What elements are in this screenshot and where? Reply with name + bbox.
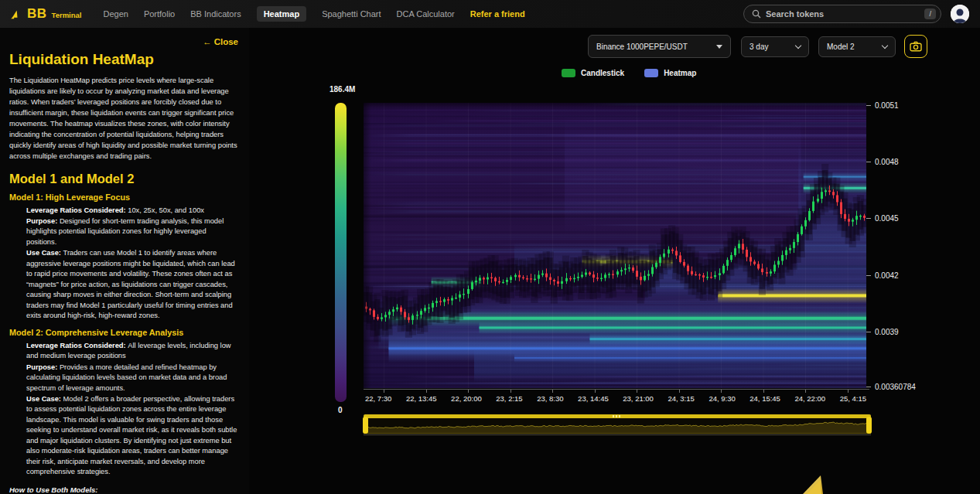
usage-section: How to Use Both Models: Compare both mod… [9, 485, 238, 494]
avatar[interactable] [951, 5, 969, 23]
search-placeholder: Search tokens [766, 9, 924, 19]
models-section-title: Model 1 and Model 2 [9, 172, 238, 186]
price-tick-label: 0.0042 [866, 271, 899, 280]
model-heading: Model 1: High Leverage Focus [9, 192, 238, 202]
model-select-value: Model 2 [827, 43, 883, 51]
legend-swatch [562, 69, 575, 77]
model-point: Leverage Ratios Considered: All leverage… [26, 341, 238, 362]
timeframe-select-value: 3 day [750, 43, 796, 51]
search-input[interactable]: Search tokens / [743, 5, 941, 23]
chevron-down-icon [882, 43, 888, 49]
model-point: Use Case: Traders can use Model 1 to ide… [26, 248, 238, 321]
colorbar-max-label: 186.4M [330, 85, 355, 94]
main-menu: DegenPortfolioBB IndicatorsHeatmapSpaghe… [103, 6, 524, 22]
heatmap-chart-canvas[interactable] [364, 103, 866, 388]
top-nav: BB Terminal DegenPortfolioBB IndicatorsH… [0, 0, 980, 28]
model-points: Leverage Ratios Considered: All leverage… [26, 341, 238, 478]
intro-paragraph: The Liquidation HeatMap predicts price l… [9, 76, 238, 162]
models-descriptions: Model 1: High Leverage FocusLeverage Rat… [9, 192, 238, 478]
price-tick-label: 0.0039 [866, 328, 899, 336]
time-tick-label: 22, 20:00 [451, 394, 482, 403]
time-tick-label: 22, 7:30 [365, 394, 391, 403]
time-tick-label: 24, 22:00 [794, 394, 825, 403]
legend-label: Candlestick [581, 69, 624, 77]
price-tick-label: 0.0048 [866, 158, 899, 166]
navigator-right-handle[interactable] [866, 417, 872, 434]
page-title: Liquidation HeatMap [9, 51, 238, 68]
x-axis-ticks [364, 390, 869, 393]
range-navigator[interactable] [364, 414, 871, 435]
model-point: Purpose: Provides a more detailed and re… [26, 363, 238, 393]
search-icon [752, 9, 761, 19]
time-tick-label: 22, 13:45 [406, 394, 437, 403]
menu-item-heatmap[interactable]: Heatmap [257, 6, 306, 22]
navigator-left-handle[interactable] [363, 417, 368, 434]
time-tick-label: 24, 3:15 [668, 394, 694, 403]
navigator-grip-icon [613, 415, 622, 417]
caret-down-icon [716, 45, 722, 49]
legend-label: Heatmap [664, 69, 696, 77]
time-tick-label: 23, 8:30 [537, 394, 563, 403]
pair-select[interactable]: Binance 1000PEPE/USDT [588, 35, 731, 58]
model-point: Leverage Ratios Considered: 10x, 25x, 50… [26, 206, 238, 216]
time-tick-label: 23, 2:15 [496, 394, 522, 403]
time-tick-label: 24, 15:45 [750, 394, 780, 403]
time-tick-label: 25, 4:15 [840, 394, 866, 403]
menu-item-dca-calculator[interactable]: DCA Calculator [397, 9, 455, 19]
chevron-down-icon [795, 43, 801, 49]
brand-corner-graphic [801, 475, 826, 494]
model-point: Purpose: Designed for short-term trading… [26, 216, 238, 247]
time-tick-label: 24, 9:30 [709, 394, 735, 403]
pair-select-value: Binance 1000PEPE/USDT [596, 43, 716, 51]
screenshot-button[interactable] [904, 35, 927, 58]
model-point: Use Case: Model 2 offers a broader persp… [26, 394, 238, 478]
legend-swatch [644, 69, 658, 77]
menu-item-spaghetti-chart[interactable]: Spaghetti Chart [322, 9, 381, 19]
price-tick-label: 0.0051 [866, 101, 899, 110]
colorbar-min-label: 0 [338, 406, 343, 414]
color-scale [335, 103, 347, 402]
brand-logo[interactable]: BB Terminal [11, 6, 81, 22]
legend-item-candlestick[interactable]: Candlestick [562, 69, 624, 77]
search-shortcut-badge: / [924, 9, 936, 19]
time-tick-label: 23, 14:45 [578, 394, 609, 403]
model-points: Leverage Ratios Considered: 10x, 25x, 50… [26, 206, 238, 322]
time-axis: 22, 7:3022, 13:4522, 20:0023, 2:1523, 8:… [364, 394, 868, 403]
menu-item-portfolio[interactable]: Portfolio [144, 9, 175, 19]
info-sidebar: ← Close Liquidation HeatMap The Liquidat… [0, 28, 249, 494]
topbar-right: Search tokens / [743, 5, 969, 23]
avatar-image [951, 5, 969, 23]
price-axis: 0.00510.00480.00450.00420.00390.00360784 [866, 103, 951, 397]
model-select[interactable]: Model 2 [818, 36, 896, 57]
usage-heading: How to Use Both Models: [9, 485, 238, 494]
legend-item-heatmap[interactable]: Heatmap [644, 69, 696, 77]
logo-swoosh-icon [11, 9, 24, 20]
camera-icon [910, 41, 922, 52]
navigator-sparkline [364, 418, 871, 434]
app-root: BB Terminal DegenPortfolioBB IndicatorsH… [0, 0, 980, 494]
close-button[interactable]: ← Close [203, 37, 238, 46]
logo-suffix: Terminal [52, 11, 82, 19]
time-tick-label: 23, 21:00 [623, 394, 654, 403]
menu-item-refer-a-friend[interactable]: Refer a friend [470, 9, 525, 19]
menu-item-degen[interactable]: Degen [103, 9, 128, 19]
price-tick-label: 0.0045 [866, 214, 899, 223]
menu-item-bb-indicators[interactable]: BB Indicators [190, 9, 241, 19]
price-tick-label: 0.00360784 [866, 383, 916, 391]
model-heading: Model 2: Comprehensive Leverage Analysis [9, 328, 238, 337]
chart-legend: CandlestickHeatmap [562, 69, 696, 77]
timeframe-select[interactable]: 3 day [741, 36, 809, 57]
logo-text: BB [27, 6, 47, 22]
